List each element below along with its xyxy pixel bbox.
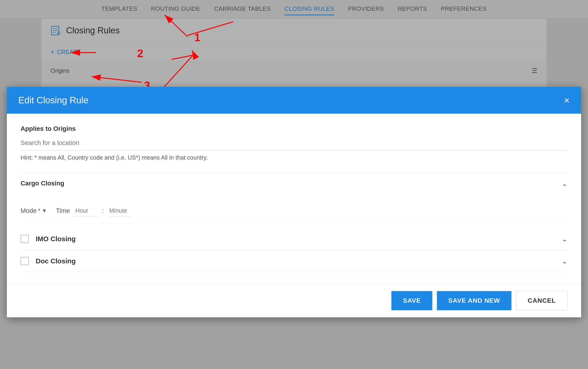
mode-dropdown-arrow: ▼ [42, 208, 47, 214]
mode-dropdown[interactable]: ▼ [42, 206, 47, 215]
applies-to-origins-section: Applies to Origins Hint: * means All, Co… [20, 125, 568, 161]
imo-checkbox[interactable] [20, 235, 29, 243]
applies-to-origins-title: Applies to Origins [20, 125, 568, 132]
save-button[interactable]: SAVE [391, 291, 432, 310]
mode-required: * [38, 207, 41, 215]
modal-close-button[interactable]: × [564, 95, 570, 105]
section-divider [20, 173, 568, 173]
cargo-closing-title: Cargo Closing [20, 180, 64, 187]
doc-checkbox[interactable] [20, 257, 29, 265]
modal-footer: SAVE SAVE AND NEW CANCEL [7, 284, 581, 317]
location-search-input[interactable] [20, 139, 568, 146]
doc-closing-row: Doc Closing ⌄ [20, 250, 568, 272]
imo-expand-button[interactable]: ⌄ [562, 235, 568, 243]
location-search-wrapper [20, 139, 568, 150]
cargo-closing-section: Cargo Closing ⌃ Mode * ▼ Time : [20, 180, 568, 223]
cargo-closing-header: Cargo Closing ⌃ [20, 180, 568, 194]
time-colon: : [102, 207, 104, 215]
doc-section-toggle: Doc Closing ⌄ [36, 257, 568, 265]
doc-expand-button[interactable]: ⌄ [562, 257, 568, 265]
minute-input[interactable] [108, 205, 131, 216]
cargo-form-row: Mode * ▼ Time : [20, 201, 568, 223]
modal-title: Edit Closing Rule [18, 95, 89, 105]
imo-label: IMO Closing [36, 235, 76, 243]
mode-label-group: Mode * ▼ [20, 206, 47, 215]
imo-section-toggle: IMO Closing ⌄ [36, 235, 568, 243]
modal-header: Edit Closing Rule × [7, 87, 581, 114]
save-and-new-button[interactable]: SAVE AND NEW [437, 291, 512, 310]
hour-input[interactable] [74, 205, 97, 216]
hint-text: Hint: * means All, Country code and (i.e… [20, 154, 568, 161]
edit-closing-rule-modal: Edit Closing Rule × Applies to Origins H… [7, 87, 581, 317]
imo-closing-row: IMO Closing ⌄ [20, 228, 568, 250]
time-label: Time [56, 207, 70, 215]
cancel-button[interactable]: CANCEL [516, 291, 568, 310]
cargo-collapse-button[interactable]: ⌃ [562, 183, 568, 191]
doc-label: Doc Closing [36, 257, 76, 265]
mode-label: Mode [20, 207, 37, 215]
time-group: Time : [56, 205, 131, 216]
modal-body: Applies to Origins Hint: * means All, Co… [7, 114, 581, 284]
